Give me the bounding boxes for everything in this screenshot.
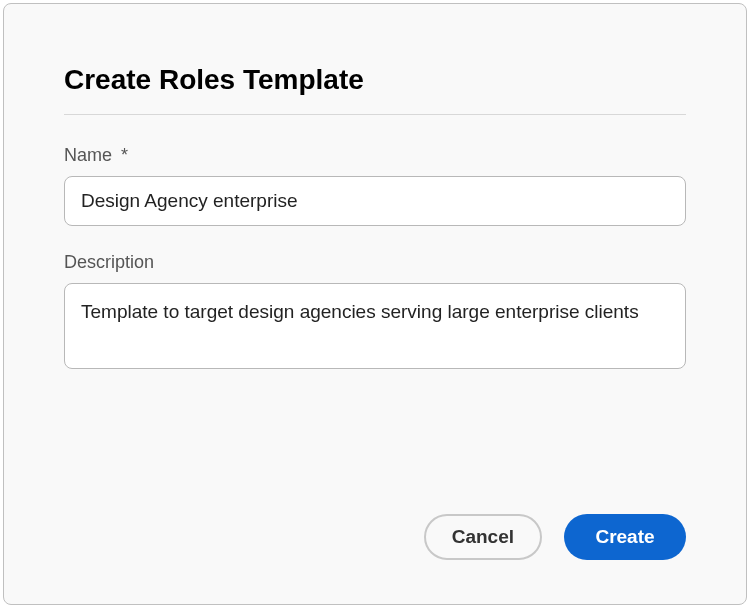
create-button[interactable]: Create xyxy=(564,514,686,560)
description-input[interactable] xyxy=(64,283,686,369)
name-field-group: Name * xyxy=(64,145,686,226)
cancel-button[interactable]: Cancel xyxy=(424,514,542,560)
button-row: Cancel Create xyxy=(424,514,686,560)
create-roles-template-dialog: Create Roles Template Name * Description… xyxy=(3,3,747,605)
name-label-text: Name xyxy=(64,145,112,165)
name-label: Name * xyxy=(64,145,686,166)
dialog-title: Create Roles Template xyxy=(64,64,686,96)
required-mark: * xyxy=(121,145,128,165)
divider xyxy=(64,114,686,115)
description-field-group: Description xyxy=(64,252,686,373)
description-label: Description xyxy=(64,252,686,273)
name-input[interactable] xyxy=(64,176,686,226)
